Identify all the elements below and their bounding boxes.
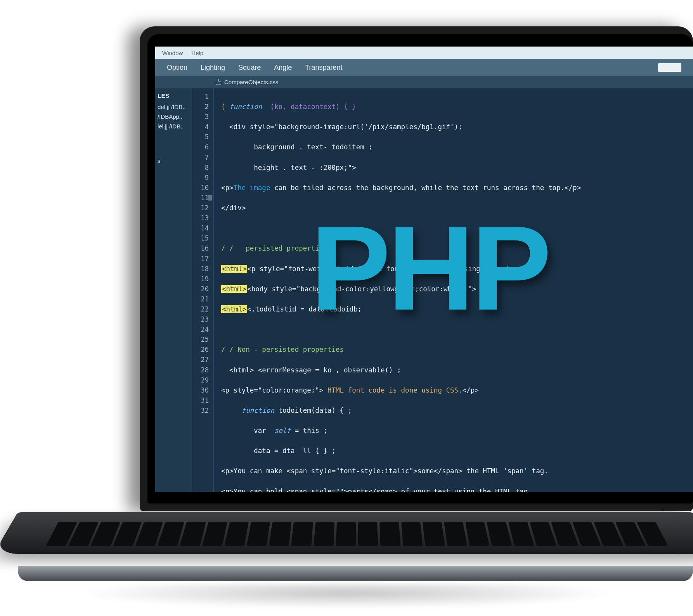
line-number: 2 xyxy=(192,102,209,112)
line-number: 23 xyxy=(192,314,209,324)
code-token: self xyxy=(274,427,291,434)
laptop-front-edge xyxy=(18,566,693,581)
code-token: <html> xyxy=(221,285,247,293)
line-number: 11 xyxy=(192,193,209,203)
code-area[interactable]: ( function (ko, datacontext) { } <div st… xyxy=(214,88,693,492)
code-token: ( xyxy=(221,103,225,111)
code-token: function xyxy=(221,407,274,414)
workbench: LES del.jj /IDB.. /IDBApp.. lel.jj /IDB.… xyxy=(155,88,693,492)
menu-angle[interactable]: Angle xyxy=(274,64,292,72)
screen: Window Help Option Lighting Square Angle… xyxy=(155,47,693,492)
line-number: 12 xyxy=(192,203,209,213)
code-line: data = dta ll { } ; xyxy=(221,446,687,456)
line-number: 14 xyxy=(192,223,209,233)
code-editor[interactable]: 1 2 3 4 5 6 7 8 9 10 11 12 13 14 15 16 1 xyxy=(192,88,693,492)
os-menubar: Window Help xyxy=(155,47,693,59)
line-number: 21 xyxy=(192,294,209,304)
code-line: <div style="background-image:url('/pix/s… xyxy=(221,122,687,132)
sidebar: LES del.jj /IDB.. /IDBApp.. lel.jj /IDB.… xyxy=(155,88,192,492)
code-line: <p>You can bold <span style="">parts</sp… xyxy=(221,486,687,492)
line-number: 1 xyxy=(192,92,209,102)
sidebar-file[interactable]: del.jj /IDB.. xyxy=(158,102,190,112)
code-token: <html> xyxy=(221,305,247,313)
line-number: 6 xyxy=(192,142,209,152)
code-token: can be tiled across the background, whil… xyxy=(270,184,581,192)
line-number: 5 xyxy=(192,132,209,142)
code-token: var xyxy=(221,427,274,434)
line-number: 13 xyxy=(192,213,209,223)
code-token: The image xyxy=(234,184,270,192)
line-number: 10 xyxy=(192,183,209,193)
line-number: 8 xyxy=(192,163,209,173)
code-line: height . text - :200px;"> xyxy=(221,163,687,173)
code-token: function xyxy=(225,103,262,111)
line-number: 9 xyxy=(192,173,209,183)
code-comment: / / persisted properties xyxy=(221,243,687,253)
line-number: 26 xyxy=(192,344,209,355)
code-token: <p style="color:orange;"> xyxy=(221,386,327,394)
os-menu-help[interactable]: Help xyxy=(191,50,203,56)
sidebar-tail: s xyxy=(158,156,190,166)
code-token: <.todolistid = data.todoidb; xyxy=(247,305,362,313)
line-number: 27 xyxy=(192,355,209,365)
tab-strip: CompareObjects.css xyxy=(155,76,693,88)
line-number: 15 xyxy=(192,233,209,243)
menu-square[interactable]: Square xyxy=(238,64,261,72)
code-token: </p> xyxy=(463,386,479,394)
code-token: todoitem(data) { ; xyxy=(274,407,352,414)
code-comment: / / Non - persisted properties xyxy=(221,344,687,355)
line-number: 18 xyxy=(192,264,209,274)
line-number: 24 xyxy=(192,324,209,334)
keyboard xyxy=(46,522,668,546)
line-gutter: 1 2 3 4 5 6 7 8 9 10 11 12 13 14 15 16 1 xyxy=(192,88,214,492)
line-number: 31 xyxy=(192,395,209,405)
code-line: background . text- todoitem ; xyxy=(221,142,687,152)
line-number: 30 xyxy=(192,385,209,395)
code-token: <html> xyxy=(221,265,247,273)
sidebar-section-label: LES xyxy=(158,92,190,99)
code-line: </div> xyxy=(221,203,687,213)
os-menu-window[interactable]: Window xyxy=(162,50,183,56)
line-number: 17 xyxy=(192,254,209,264)
line-number: 25 xyxy=(192,334,209,344)
code-token: = this ; xyxy=(291,427,327,434)
line-number: 32 xyxy=(192,405,209,415)
sidebar-file[interactable]: lel.jj /IDB.. xyxy=(158,121,190,131)
code-token: HTML font code is done using CSS. xyxy=(327,386,463,394)
search-input[interactable] xyxy=(658,63,681,72)
menu-option[interactable]: Option xyxy=(167,64,187,72)
active-tab[interactable]: CompareObjects.css xyxy=(224,79,278,85)
line-number: 22 xyxy=(192,304,209,314)
code-line: <html> <errorMessage = ko , observable()… xyxy=(221,365,687,375)
app-menubar: Option Lighting Square Angle Transparent xyxy=(155,59,693,76)
line-number: 4 xyxy=(192,122,209,132)
line-number: 20 xyxy=(192,284,209,294)
file-icon xyxy=(216,79,221,85)
line-number: 16 xyxy=(192,243,209,253)
line-number: 19 xyxy=(192,274,209,284)
line-number: 28 xyxy=(192,365,209,375)
menu-lighting[interactable]: Lighting xyxy=(201,64,225,72)
line-number: 29 xyxy=(192,375,209,385)
code-token: <body style="background-color:yellowgree… xyxy=(247,285,476,293)
code-line: <p>You can make <span style="font-style:… xyxy=(221,466,687,476)
code-token: <p style="font-weight:bold;">HTML font c… xyxy=(247,265,517,273)
laptop-shadow xyxy=(0,584,693,615)
menu-transparent[interactable]: Transparent xyxy=(305,64,342,72)
line-number: 7 xyxy=(192,152,209,163)
line-number: 3 xyxy=(192,112,209,122)
code-token: (ko, datacontext) { } xyxy=(262,103,356,111)
code-token: <p> xyxy=(221,184,234,192)
sidebar-file[interactable]: /IDBApp.. xyxy=(158,112,190,121)
